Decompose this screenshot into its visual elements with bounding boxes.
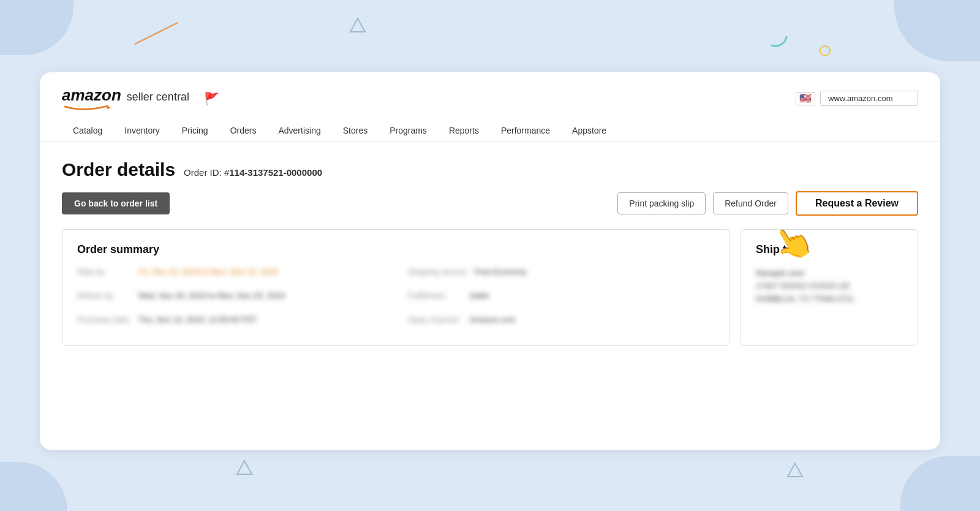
amazon-logo-wrap: amazon seller central [62, 86, 189, 111]
request-review-button[interactable]: Request a Review [796, 191, 918, 216]
logo-seller-text: seller central [124, 91, 189, 104]
nav-inventory[interactable]: Inventory [113, 119, 171, 142]
summary-grid: Ship by: Fri, Nov 15, 2019 to Mon, Nov 1… [77, 267, 714, 331]
url-bar[interactable]: www.amazon.com [820, 91, 918, 106]
back-button[interactable]: Go back to order list [62, 192, 170, 214]
order-summary-title: Order summary [77, 243, 714, 256]
order-id-value: 114-3137521-0000000 [229, 167, 322, 178]
logo-nav-row: amazon seller central 🚩 🇺🇸 www.amazon.co… [62, 86, 918, 111]
left-action-area: Go back to order list [62, 192, 170, 214]
nav-catalog[interactable]: Catalog [62, 119, 113, 142]
card-content: Order details Order ID: #114-3137521-000… [40, 142, 940, 363]
ship-by-value: Fri, Nov 15, 2019 to Mon, Nov 18, 2019 [138, 267, 278, 276]
us-flag: 🇺🇸 [796, 92, 815, 105]
logo-amazon-text: amazon [62, 86, 121, 105]
cloud-bottom-left [0, 462, 67, 511]
deco-orange-line [135, 20, 184, 50]
flag-icon: 🚩 [204, 91, 219, 106]
nav-stores[interactable]: Stores [332, 119, 379, 142]
deco-triangle-top [349, 17, 366, 34]
summary-right-col: Shipping service: Free Economy Fulfillme… [408, 267, 714, 331]
shipping-service-value: Free Economy [475, 267, 527, 276]
shipping-service-row: Shipping service: Free Economy [408, 267, 714, 276]
header-right: 🇺🇸 www.amazon.com [796, 91, 918, 106]
sales-channel-row: Sales channel: Amazon.com [408, 315, 714, 324]
deliver-by-value: Wed, Nov 20, 2019 to Mon, Nov 25, 2019 [138, 291, 285, 300]
purchase-date-row: Purchase date: Thu, Nov 14, 2019, 12:00:… [77, 315, 383, 324]
ship-by-row: Ship by: Fri, Nov 15, 2019 to Mon, Nov 1… [77, 267, 383, 276]
action-buttons-row: Go back to order list Print packing slip… [62, 191, 918, 216]
summary-left-col: Ship by: Fri, Nov 15, 2019 to Mon, Nov 1… [77, 267, 383, 331]
amazon-smile [62, 105, 111, 111]
deco-triangle-bottom-right [786, 462, 804, 479]
nav-programs[interactable]: Programs [379, 119, 438, 142]
fulfillment-label: Fulfillment: [408, 291, 463, 300]
svg-marker-1 [350, 18, 365, 32]
order-summary-box: Order summary Ship by: Fri, Nov 15, 2019… [62, 229, 729, 346]
card-header: amazon seller central 🚩 🇺🇸 www.amazon.co… [40, 72, 940, 142]
sales-channel-label: Sales channel: [408, 315, 463, 324]
nav-orders[interactable]: Orders [219, 119, 268, 142]
fulfillment-row: Fulfillment: Seller [408, 291, 714, 300]
ship-by-label: Ship by: [77, 267, 132, 276]
nav-advertising[interactable]: Advertising [267, 119, 331, 142]
main-card: amazon seller central 🚩 🇺🇸 www.amazon.co… [40, 72, 940, 450]
ship-address: Nanaple cave 17427 SSXXX CXSXX US HUMBLU… [756, 267, 903, 305]
deliver-by-row: Deliver by: Wed, Nov 20, 2019 to Mon, No… [77, 291, 383, 300]
deco-triangle-bottom [236, 460, 253, 477]
nav-appstore[interactable]: Appstore [561, 119, 617, 142]
cloud-top-right [894, 0, 980, 61]
order-id-label: Order ID: #114-3137521-0000000 [184, 167, 322, 178]
svg-marker-3 [788, 463, 802, 477]
nav-pricing[interactable]: Pricing [171, 119, 219, 142]
right-action-area: Print packing slip Refund Order Request … [617, 191, 918, 216]
print-packing-slip-button[interactable]: Print packing slip [617, 192, 706, 214]
purchase-date-value: Thu, Nov 14, 2019, 12:00:00 PST [138, 315, 257, 324]
purchase-date-label: Purchase date: [77, 315, 132, 324]
nav-reports[interactable]: Reports [438, 119, 490, 142]
page-title: Order details [62, 159, 175, 180]
order-title-area: Order details Order ID: #114-3137521-000… [62, 159, 322, 180]
main-nav: Catalog Inventory Pricing Orders Adverti… [62, 119, 918, 142]
svg-marker-2 [237, 461, 252, 474]
deliver-by-label: Deliver by: [77, 291, 132, 300]
refund-order-button[interactable]: Refund Order [713, 192, 788, 214]
ship-to-box: Ship to Nanaple cave 17427 SSXXX CXSXX U… [741, 229, 918, 346]
nav-performance[interactable]: Performance [490, 119, 561, 142]
sales-channel-value: Amazon.com [469, 315, 516, 324]
fulfillment-value: Seller [469, 291, 489, 300]
ship-to-title: Ship to [756, 243, 903, 256]
deco-yellow-circle [820, 45, 831, 56]
logo-area: amazon seller central 🚩 [62, 86, 219, 111]
shipping-service-label: Shipping service: [408, 267, 469, 276]
cloud-bottom-right [900, 456, 980, 511]
deco-teal-arc [768, 26, 790, 48]
svg-line-0 [135, 23, 178, 44]
order-details-header: Order details Order ID: #114-3137521-000… [62, 159, 918, 180]
logo-text-row: amazon seller central [62, 86, 189, 105]
cloud-top-left [0, 0, 74, 55]
summary-ship-row: Order summary Ship by: Fri, Nov 15, 2019… [62, 229, 918, 346]
